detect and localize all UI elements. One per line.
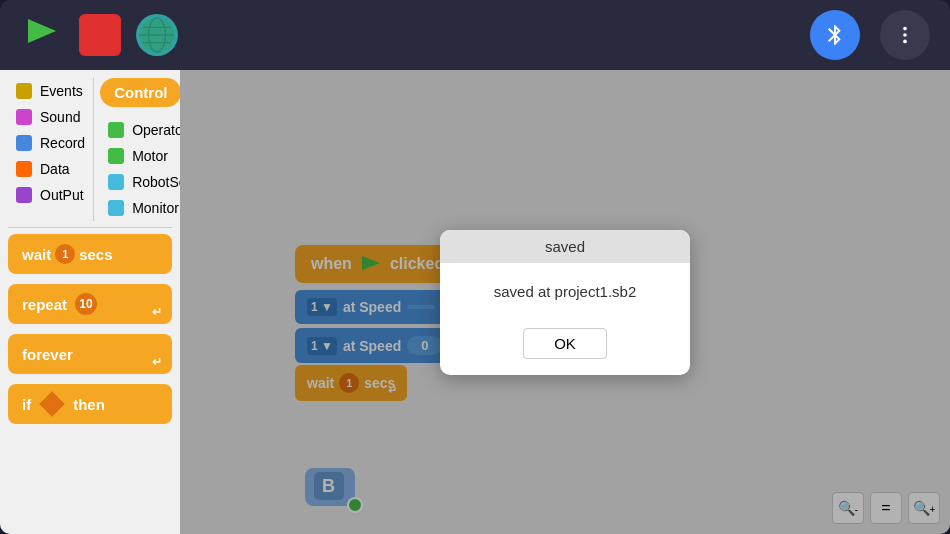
ok-button[interactable]: OK <box>523 328 607 359</box>
svg-point-8 <box>903 33 907 37</box>
sidebar-item-operators[interactable]: Operators <box>100 117 180 143</box>
menu-button[interactable] <box>880 10 930 60</box>
forever-arrow: ↵ <box>152 355 162 369</box>
output-color <box>16 187 32 203</box>
app-container: Events Sound Record Data <box>0 0 950 534</box>
forever-block[interactable]: forever ↵ <box>8 334 172 374</box>
motor-color <box>108 148 124 164</box>
if-diamond <box>39 391 64 416</box>
right-categories: Control Operators Motor RobotSensor <box>93 78 180 221</box>
then-label: then <box>73 396 105 413</box>
repeat-block[interactable]: repeat 10 ↵ <box>8 284 172 324</box>
sidebar-item-data[interactable]: Data <box>8 156 93 182</box>
modal-message: saved at project1.sb2 <box>440 263 690 320</box>
if-label: if <box>22 396 31 413</box>
divider <box>8 227 172 228</box>
wait-secs-label: secs <box>79 246 112 263</box>
repeat-arrow: ↵ <box>152 305 162 319</box>
sidebar-item-events[interactable]: Events <box>8 78 93 104</box>
saved-modal: saved saved at project1.sb2 OK <box>440 230 690 375</box>
data-color <box>16 161 32 177</box>
wait-label: wait <box>22 246 51 263</box>
main-area: Events Sound Record Data <box>0 70 950 534</box>
forever-label: forever <box>22 346 73 363</box>
globe-icon[interactable] <box>136 14 178 56</box>
if-then-block[interactable]: if then <box>8 384 172 424</box>
wait-number: 1 <box>55 244 75 264</box>
modal-footer: OK <box>440 320 690 375</box>
robotsensor-color <box>108 174 124 190</box>
left-categories: Events Sound Record Data <box>8 78 93 221</box>
sidebar-item-robotsensor[interactable]: RobotSensor <box>100 169 180 195</box>
record-color <box>16 135 32 151</box>
sidebar-item-monitor[interactable]: Monitor <box>100 195 180 221</box>
sound-color <box>16 109 32 125</box>
svg-point-7 <box>903 27 907 31</box>
sidebar-item-output[interactable]: OutPut <box>8 182 93 208</box>
sidebar-item-record[interactable]: Record <box>8 130 93 156</box>
monitor-color <box>108 200 124 216</box>
modal-title: saved <box>440 230 690 263</box>
stop-icon[interactable] <box>79 14 121 56</box>
sidebar-item-sound[interactable]: Sound <box>8 104 93 130</box>
top-bar <box>0 0 950 70</box>
sidebar-item-motor[interactable]: Motor <box>100 143 180 169</box>
svg-marker-0 <box>28 19 56 43</box>
active-category-label[interactable]: Control <box>100 78 180 107</box>
sidebar: Events Sound Record Data <box>0 70 180 534</box>
modal-overlay: saved saved at project1.sb2 OK <box>180 70 950 534</box>
operators-color <box>108 122 124 138</box>
svg-marker-1 <box>85 20 115 50</box>
canvas-area[interactable]: when clicked 1 ▼ at Speed 1 ▼ at Speed 0 <box>180 70 950 534</box>
svg-point-9 <box>903 40 907 44</box>
repeat-label: repeat <box>22 296 67 313</box>
wait-block[interactable]: wait 1 secs <box>8 234 172 274</box>
top-bar-icons <box>20 13 178 57</box>
repeat-number: 10 <box>75 293 97 315</box>
categories-container: Events Sound Record Data <box>8 78 172 221</box>
blocks-panel: wait 1 secs repeat 10 ↵ forever ↵ if <box>8 234 172 424</box>
bluetooth-button[interactable] <box>810 10 860 60</box>
flag-icon[interactable] <box>20 13 64 57</box>
events-color <box>16 83 32 99</box>
